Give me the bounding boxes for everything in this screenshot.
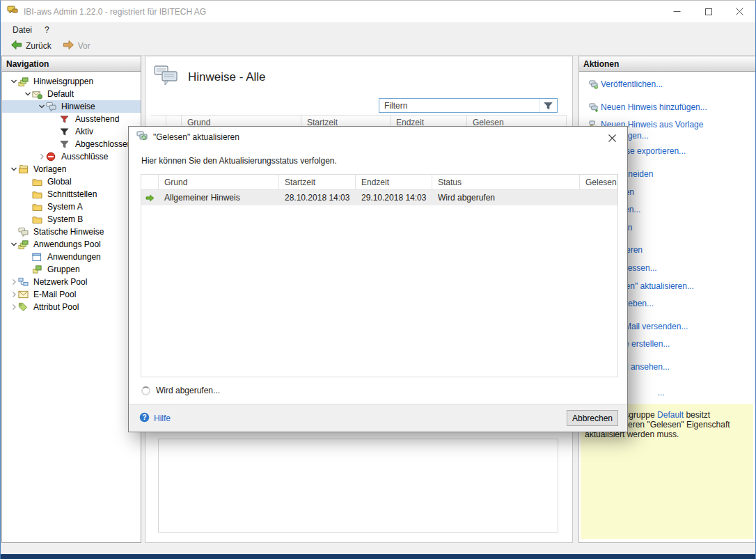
tree-item-netzwerk-pool[interactable]: Netzwerk Pool	[2, 276, 141, 288]
dialog-column-header-startzeit[interactable]: Startzeit	[279, 175, 356, 189]
menu-help[interactable]: ?	[38, 24, 56, 36]
publish-icon	[589, 79, 601, 93]
action-neuen-hinweis-hinzuf-gen[interactable]: Neuen Hinweis hinzufügen...	[589, 102, 750, 116]
tree-item-anwendungen[interactable]: Anwendungen	[2, 251, 141, 263]
dialog-column-header-gelesen[interactable]: Gelesen	[580, 175, 617, 189]
action-label: ...	[657, 388, 664, 399]
dialog-column-header-grund[interactable]: Grund	[159, 175, 279, 189]
tree-item-global[interactable]: Global	[2, 175, 141, 188]
tree-item-hinweisgruppen[interactable]: Hinweisgruppen	[2, 75, 141, 88]
minimize-button[interactable]	[661, 1, 693, 22]
applications-icon	[32, 253, 44, 262]
tree-item-gruppen[interactable]: Gruppen	[2, 263, 141, 276]
cell-grund: Allgemeiner Hinweis	[159, 193, 279, 203]
chevron-right-icon[interactable]	[9, 290, 18, 299]
chevron-down-icon[interactable]	[9, 165, 18, 173]
tree-item-system-b[interactable]: System B	[2, 213, 141, 226]
tree-item-label: System A	[45, 202, 85, 212]
tree-item-aktiv[interactable]: Aktiv	[2, 125, 141, 138]
details-pane	[158, 439, 558, 533]
menubar: Datei ?	[1, 22, 755, 37]
notice-add-icon	[589, 102, 601, 116]
action-ver-ffentlichen[interactable]: Veröffentlichen...	[589, 79, 750, 93]
menu-datei[interactable]: Datei	[6, 24, 38, 36]
tree-item-hinweise[interactable]: Hinweise	[2, 100, 141, 113]
help-icon: ?	[139, 412, 150, 425]
tree-item-label: Anwendungs Pool	[31, 239, 103, 249]
tree-item-statische-hinweise[interactable]: Statische Hinweise	[2, 226, 141, 238]
back-arrow-icon	[10, 40, 22, 52]
tree-item-label: Anwendungen	[45, 252, 103, 262]
filter-done-icon	[60, 140, 72, 149]
tree-item-ausstehend[interactable]: Ausstehend	[2, 113, 141, 125]
dialog-refresh-icon	[136, 131, 148, 144]
close-button[interactable]	[724, 1, 755, 22]
app-window: IBI-aws Admin 1.22.0 - registriert für I…	[0, 0, 756, 559]
help-link[interactable]: ? Hilfe	[139, 412, 171, 425]
tree-item-ausschl-sse[interactable]: Ausschlüsse	[2, 150, 141, 163]
tree-item-label: Aktiv	[73, 127, 95, 136]
tree-item-e-mail-pool[interactable]: E-Mail Pool	[2, 288, 141, 301]
folder-icon	[32, 178, 44, 187]
tree-item-label: Vorlagen	[31, 164, 68, 174]
status-table-row[interactable]: Allgemeiner Hinweis28.10.2018 14:0329.10…	[141, 190, 617, 205]
cancel-button[interactable]: Abbrechen	[567, 410, 618, 426]
tree-item-anwendungs-pool[interactable]: Anwendungs Pool	[2, 238, 141, 251]
tree-item-label: Default	[45, 89, 76, 99]
tree-item-default[interactable]: Default	[2, 88, 141, 100]
chevron-down-icon[interactable]	[9, 240, 18, 249]
network-pool-icon	[18, 277, 30, 287]
cell-startzeit: 28.10.2018 14:03	[279, 193, 356, 203]
dialog-title: "Gelesen" aktualisieren	[153, 132, 239, 142]
tree-item-schnittstellen[interactable]: Schnittstellen	[2, 188, 141, 200]
notice-groups-icon	[18, 77, 30, 87]
gelesen-aktualisieren-dialog: "Gelesen" aktualisieren Hier können Sie …	[128, 126, 628, 432]
tree-item-attribut-pool[interactable]: Attribut Pool	[2, 301, 141, 313]
filter-input[interactable]	[379, 100, 539, 111]
notices-icon	[46, 102, 58, 112]
tree-item-label: Statische Hinweise	[31, 227, 106, 237]
navigation-tree: HinweisgruppenDefaultHinweiseAusstehendA…	[2, 72, 141, 313]
email-pool-icon	[18, 290, 30, 299]
back-button[interactable]: Zurück	[6, 38, 56, 54]
filter-funnel-icon[interactable]	[539, 99, 557, 112]
status-table-header: GrundStartzeitEndzeitStatusGelesen	[141, 175, 617, 190]
action-label: Veröffentlichen...	[601, 79, 663, 90]
attribute-pool-icon	[18, 302, 30, 312]
maximize-button[interactable]	[693, 1, 724, 22]
filter-pending-icon	[60, 115, 72, 124]
cell-status: Wird abgerufen	[432, 193, 580, 203]
dialog-close-button[interactable]	[603, 130, 621, 145]
navigation-header: Navigation	[2, 56, 141, 72]
tree-item-label: Global	[45, 177, 74, 187]
templates-icon	[18, 164, 30, 174]
forward-button[interactable]: Vor	[58, 38, 95, 54]
notices-header-icon	[154, 65, 178, 88]
tree-item-system-a[interactable]: System A	[2, 200, 141, 213]
toolbar: Zurück Vor	[1, 37, 755, 56]
folder-icon	[32, 190, 44, 199]
action-label: Neuen Hinweis hinzufügen...	[601, 102, 707, 113]
dialog-column-header-status[interactable]: Status	[432, 175, 580, 189]
filter-box	[379, 98, 558, 113]
info-default-link[interactable]: Default	[657, 410, 684, 420]
window-controls	[661, 1, 755, 22]
notice-group-icon	[32, 89, 44, 100]
chevron-down-icon[interactable]	[37, 102, 46, 111]
window-title: IBI-aws Admin 1.22.0 - registriert für I…	[24, 7, 206, 17]
svg-text:?: ?	[142, 414, 146, 421]
chevron-down-icon[interactable]	[23, 90, 32, 98]
dialog-description: Hier können Sie den Aktualisierungsstatu…	[141, 156, 337, 166]
chevron-right-icon[interactable]	[9, 303, 18, 311]
chevron-down-icon[interactable]	[9, 77, 18, 86]
tree-item-abgeschlossen[interactable]: Abgeschlossen	[2, 138, 141, 150]
dialog-titlebar: "Gelesen" aktualisieren	[129, 127, 627, 148]
dialog-column-header-icon[interactable]	[141, 175, 159, 189]
dialog-status-text: Wird abgerufen...	[156, 386, 220, 395]
loading-spinner-icon	[141, 386, 150, 395]
chevron-right-icon[interactable]	[9, 278, 18, 286]
tree-item-vorlagen[interactable]: Vorlagen	[2, 163, 141, 175]
folder-icon	[32, 203, 44, 212]
chevron-right-icon[interactable]	[37, 152, 46, 161]
dialog-column-header-endzeit[interactable]: Endzeit	[356, 175, 432, 189]
